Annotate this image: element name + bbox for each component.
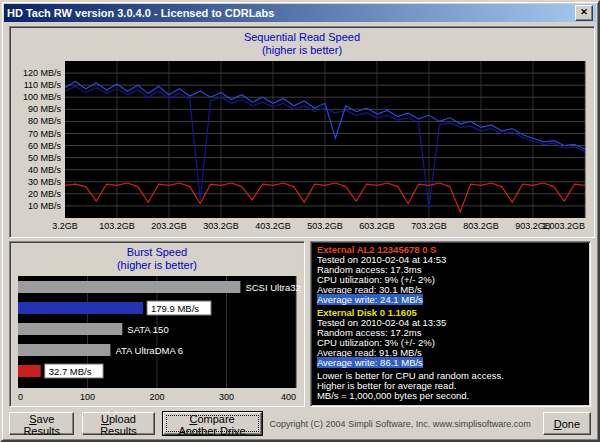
burst-bar	[18, 323, 122, 335]
titlebar: HD Tach RW version 3.0.4.0 - Licensed to…	[4, 4, 596, 22]
seq-y-tick-label: 60 MB/s	[28, 141, 62, 151]
burst-chart-header: Burst Speed (higher is better)	[10, 242, 304, 272]
save-results-button[interactable]: Save Results	[9, 412, 74, 435]
compare-another-drive-button[interactable]: Compare Another Drive	[163, 412, 262, 435]
seq-x-tick-label: 3.2GB	[52, 221, 78, 231]
results-panel: External AL2 12345678 0 S Tested on 2010…	[310, 241, 591, 407]
footnote-line: MB/s = 1,000,000 bytes per second.	[317, 391, 584, 401]
burst-x-tick-label: 400	[281, 392, 296, 402]
done-button[interactable]: Done	[543, 412, 591, 435]
seq-y-tick-label: 90 MB/s	[28, 104, 62, 114]
burst-speed-panel: Burst Speed (higher is better) 010020030…	[9, 241, 305, 407]
sequential-read-chart: 120 MB/s110 MB/s100 MB/s90 MB/s80 MB/s70…	[13, 58, 591, 232]
seq-x-tick-label: 703.2GB	[411, 221, 447, 231]
burst-bar	[18, 365, 41, 377]
app-window: HD Tach RW version 3.0.4.0 - Licensed to…	[0, 0, 600, 442]
seq-x-tick-label: 303.2GB	[203, 221, 239, 231]
burst-bar-value-label: 179.9 MB/s	[151, 303, 199, 314]
seq-y-tick-label: 100 MB/s	[23, 92, 62, 102]
seq-x-tick-label: 603.2GB	[359, 221, 395, 231]
burst-bar	[18, 344, 110, 356]
upload-results-button[interactable]: Upload Results	[82, 412, 154, 435]
drive-result-block: External Disk 0 1.1605 Tested on 2010-02…	[317, 308, 584, 368]
burst-x-tick-label: 200	[149, 392, 164, 402]
sequential-read-panel: Sequential Read Speed (higher is better)…	[9, 26, 595, 238]
seq-y-tick-label: 20 MB/s	[28, 189, 62, 199]
burst-bar-value-label: 32.7 MB/s	[49, 366, 92, 377]
burst-bar-label: SATA 150	[127, 324, 168, 335]
sequential-chart-title: Sequential Read Speed	[10, 31, 594, 44]
seq-x-tick-label: 1,003.2GB	[542, 221, 585, 231]
seq-x-tick-label: 503.2GB	[307, 221, 343, 231]
seq-x-tick-label: 403.2GB	[255, 221, 291, 231]
burst-speed-chart: 0100200300400SCSI Ultra320179.9 MB/sSATA…	[13, 273, 301, 403]
seq-y-tick-label: 50 MB/s	[28, 153, 62, 163]
burst-x-tick-label: 0	[18, 392, 23, 402]
seq-x-tick-label: 203.2GB	[151, 221, 187, 231]
burst-chart-title: Burst Speed	[10, 246, 304, 259]
seq-y-tick-label: 70 MB/s	[28, 129, 62, 139]
window-content: Sequential Read Speed (higher is better)…	[2, 22, 598, 435]
burst-x-tick-label: 300	[219, 392, 234, 402]
seq-x-tick-label: 803.2GB	[463, 221, 499, 231]
drive-result-block: External AL2 12345678 0 S Tested on 2010…	[317, 245, 584, 305]
burst-bar	[18, 302, 143, 314]
burst-bar	[18, 281, 240, 293]
burst-bar-label: SCSI Ultra320	[245, 282, 301, 293]
drive-average-write: Average write: 24.1 MB/s	[317, 295, 584, 305]
burst-x-tick-label: 100	[80, 392, 95, 402]
window-title: HD Tach RW version 3.0.4.0 - Licensed to…	[7, 7, 575, 19]
highlighted-value: Average write: 24.1 MB/s	[317, 294, 423, 305]
seq-y-tick-label: 120 MB/s	[23, 68, 62, 78]
sequential-chart-subtitle: (higher is better)	[10, 44, 594, 57]
button-row: Save Results Upload Results Compare Anot…	[9, 412, 591, 435]
close-icon[interactable]: ✕	[575, 5, 593, 21]
seq-y-tick-label: 80 MB/s	[28, 116, 62, 126]
seq-y-tick-label: 10 MB/s	[28, 201, 62, 211]
seq-y-tick-label: 40 MB/s	[28, 165, 62, 175]
seq-y-tick-label: 110 MB/s	[24, 80, 62, 90]
burst-bar-label: ATA UltraDMA 6	[115, 345, 183, 356]
drive-average-write: Average write: 86.1 MB/s	[317, 358, 584, 368]
sequential-chart-header: Sequential Read Speed (higher is better)	[10, 27, 594, 57]
burst-chart-subtitle: (higher is better)	[10, 259, 304, 272]
highlighted-value: Average write: 86.1 MB/s	[317, 357, 423, 368]
seq-y-tick-label: 30 MB/s	[28, 177, 62, 187]
copyright-text: Copyright (C) 2004 Simpli Software, Inc.…	[270, 419, 535, 429]
seq-x-tick-label: 103.2GB	[99, 221, 135, 231]
